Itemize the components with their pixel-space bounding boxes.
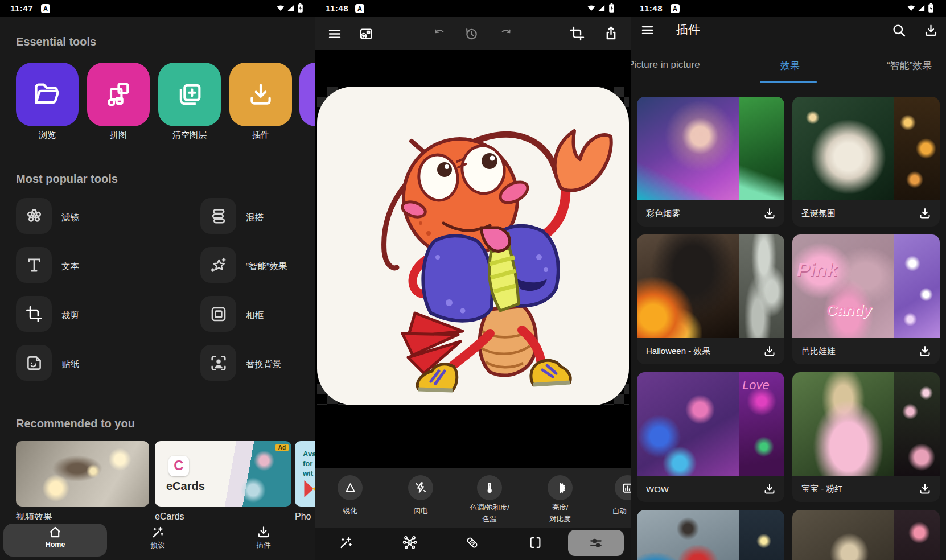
notification-app-badge: A [671, 4, 680, 13]
effect-card-christmas[interactable]: 圣诞氛围 [792, 97, 940, 227]
effect-card-halloween[interactable]: Halloween - 效果 [637, 234, 784, 364]
bandage-retouch-icon[interactable] [464, 535, 480, 550]
magic-wand-icon[interactable] [338, 535, 353, 550]
menu-icon[interactable] [640, 23, 655, 38]
ecards-logo-icon: C [168, 456, 189, 476]
popular-tool-frame[interactable] [200, 296, 236, 332]
popular-tool-crop[interactable] [16, 296, 52, 332]
crop-icon [25, 305, 43, 323]
text-icon [24, 256, 44, 275]
popular-tool-mix[interactable] [200, 198, 236, 234]
status-time: 11:48 [640, 3, 663, 13]
popular-tool-sticker[interactable] [16, 345, 52, 381]
download-icon[interactable] [923, 23, 939, 38]
sticker-icon [24, 353, 44, 373]
tool-hue-saturation-temperature[interactable] [477, 475, 502, 500]
redo-icon[interactable] [499, 27, 513, 41]
effect-label: Halloween - 效果 [646, 346, 763, 357]
wifi-icon [587, 4, 596, 13]
popular-tool-replace-background[interactable] [200, 345, 236, 381]
effect-card-partial-1[interactable] [637, 510, 784, 560]
nav-item-plugins[interactable]: 插件 [241, 525, 286, 550]
tool-label: 色调/饱和度/ [450, 503, 529, 513]
editor-toolbar [315, 17, 631, 50]
section-title-essential: Essential tools [16, 35, 96, 48]
menu-icon[interactable] [327, 26, 343, 42]
lightning-icon [413, 480, 428, 495]
tab-active-underline [760, 81, 817, 83]
replace-background-icon [209, 353, 228, 373]
download-icon[interactable] [763, 482, 776, 496]
nav-item-home[interactable]: Home [32, 525, 78, 549]
status-bar: 11:47 A [0, 0, 315, 17]
love-neon-decoration: Love [742, 378, 770, 393]
export-project-icon[interactable] [357, 26, 375, 42]
canvas-image-lobster-sticker[interactable] [317, 87, 629, 405]
popular-tool-label: 相框 [246, 310, 264, 322]
popular-tool-label: 滤镜 [61, 212, 79, 224]
selection-brackets-icon[interactable] [528, 535, 543, 550]
sliders-icon [588, 535, 604, 551]
nav-item-presets[interactable]: 预设 [135, 525, 180, 550]
temperature-icon [482, 480, 497, 495]
download-icon[interactable] [918, 344, 932, 358]
effect-thumbnail [792, 372, 940, 476]
effect-card-barbie[interactable]: Pink Candy 芭比娃娃 [792, 234, 940, 364]
tool-tile-plugins[interactable] [229, 63, 292, 126]
effect-card-color-smoke[interactable]: 彩色烟雾 [637, 97, 784, 227]
tab-effects[interactable]: 效果 [762, 59, 819, 72]
status-time: 11:47 [10, 3, 33, 13]
download-icon[interactable] [763, 207, 776, 220]
popular-tool-label: 文本 [61, 261, 79, 273]
download-icon[interactable] [763, 344, 776, 358]
download-icon [246, 80, 275, 109]
adjust-category-selected[interactable] [568, 530, 624, 556]
popular-tool-filters[interactable] [16, 198, 52, 234]
cellular-icon [917, 4, 926, 13]
effect-card-baby-pink[interactable]: 宝宝 - 粉红 [792, 372, 940, 502]
popular-tool-smart-effects[interactable] [200, 247, 236, 283]
download-icon[interactable] [918, 482, 932, 496]
wifi-icon [907, 4, 916, 13]
popular-tool-label: 裁剪 [61, 310, 79, 322]
download-icon [241, 525, 286, 540]
tab-smart-effects[interactable]: “智能”效果 [887, 59, 932, 72]
tool-lightning[interactable] [408, 475, 433, 500]
promo-text: Avaforwit [303, 449, 315, 478]
recommended-card-video-effects[interactable] [16, 441, 149, 507]
search-icon[interactable] [891, 23, 907, 38]
smart-effects-icon [209, 256, 228, 275]
tile-label: 清空图层 [158, 130, 221, 141]
recommended-card-ecards[interactable]: C eCards Ad [155, 441, 291, 507]
editor-canvas[interactable] [315, 50, 631, 468]
history-icon[interactable] [464, 26, 479, 42]
download-icon[interactable] [918, 207, 932, 220]
recommended-card-partial[interactable]: Avaforwit [295, 441, 315, 507]
tool-tile-browse[interactable] [16, 63, 79, 126]
share-icon[interactable] [603, 25, 619, 42]
section-title-recommended: Recommended to you [16, 417, 135, 430]
cellular-icon [597, 4, 606, 13]
effect-thumbnail [637, 234, 784, 338]
tool-tile-partial[interactable] [299, 63, 315, 126]
contrast-icon [553, 480, 567, 495]
frame-icon [209, 304, 228, 324]
popular-tool-text[interactable] [16, 247, 52, 283]
sharpen-icon [343, 481, 357, 495]
effect-card-wow[interactable]: Love WOW [637, 372, 784, 502]
tool-tile-collage[interactable] [87, 63, 150, 126]
crop-icon[interactable] [569, 26, 585, 42]
tab-picture-in-picture[interactable]: Picture in picture [631, 59, 700, 71]
candy-text-decoration: Candy [826, 302, 871, 319]
undo-icon[interactable] [433, 27, 447, 41]
clear-layers-icon [175, 80, 204, 109]
effect-card-partial-2[interactable] [792, 510, 940, 560]
ai-effects-icon[interactable] [402, 534, 418, 550]
effect-thumbnail [792, 510, 940, 560]
tool-brightness-contrast[interactable] [548, 475, 573, 500]
tile-label: 拼图 [87, 130, 150, 141]
tool-tile-clear-layers[interactable] [158, 63, 221, 126]
battery-charging-icon [927, 3, 935, 14]
tool-sharpen[interactable] [338, 475, 363, 500]
wifi-icon [277, 4, 285, 13]
